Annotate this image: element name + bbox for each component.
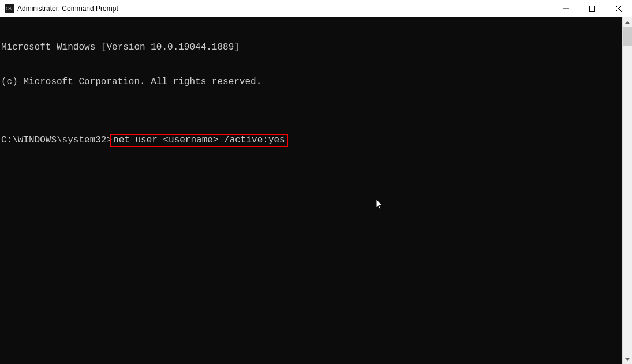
close-button[interactable] bbox=[605, 0, 632, 17]
console-prompt-line: C:\WINDOWS\system32>net user <username> … bbox=[1, 134, 622, 147]
svg-rect-3 bbox=[590, 6, 595, 11]
window-title: Administrator: Command Prompt bbox=[17, 5, 552, 13]
maximize-button[interactable] bbox=[579, 0, 605, 17]
console-line-version: Microsoft Windows [Version 10.0.19044.18… bbox=[1, 42, 622, 53]
mouse-cursor-icon bbox=[332, 187, 384, 226]
maximize-icon bbox=[589, 6, 595, 12]
scroll-up-button[interactable] bbox=[623, 17, 633, 27]
cmd-icon: C:\ bbox=[5, 4, 14, 13]
command-prompt-window: C:\ Administrator: Command Prompt bbox=[0, 0, 632, 364]
svg-text:C:\: C:\ bbox=[6, 6, 12, 12]
close-icon bbox=[616, 6, 622, 12]
scroll-thumb[interactable] bbox=[623, 27, 632, 46]
highlighted-command: net user <username> /active:yes bbox=[110, 134, 288, 147]
minimize-icon bbox=[563, 6, 569, 12]
console-command: net user <username> /active:yes bbox=[113, 135, 285, 145]
console-line-copyright: (c) Microsoft Corporation. All rights re… bbox=[1, 76, 622, 88]
scroll-track[interactable] bbox=[623, 27, 632, 354]
scroll-down-button[interactable] bbox=[623, 354, 633, 364]
vertical-scrollbar[interactable] bbox=[622, 17, 632, 364]
chevron-down-icon bbox=[625, 358, 630, 361]
minimize-button[interactable] bbox=[552, 0, 579, 17]
console-output[interactable]: Microsoft Windows [Version 10.0.19044.18… bbox=[0, 17, 622, 364]
console-prompt: C:\WINDOWS\system32> bbox=[1, 135, 112, 145]
chevron-up-icon bbox=[625, 21, 630, 24]
titlebar[interactable]: C:\ Administrator: Command Prompt bbox=[0, 0, 632, 17]
content-area: Microsoft Windows [Version 10.0.19044.18… bbox=[0, 17, 632, 364]
window-controls bbox=[552, 0, 632, 17]
